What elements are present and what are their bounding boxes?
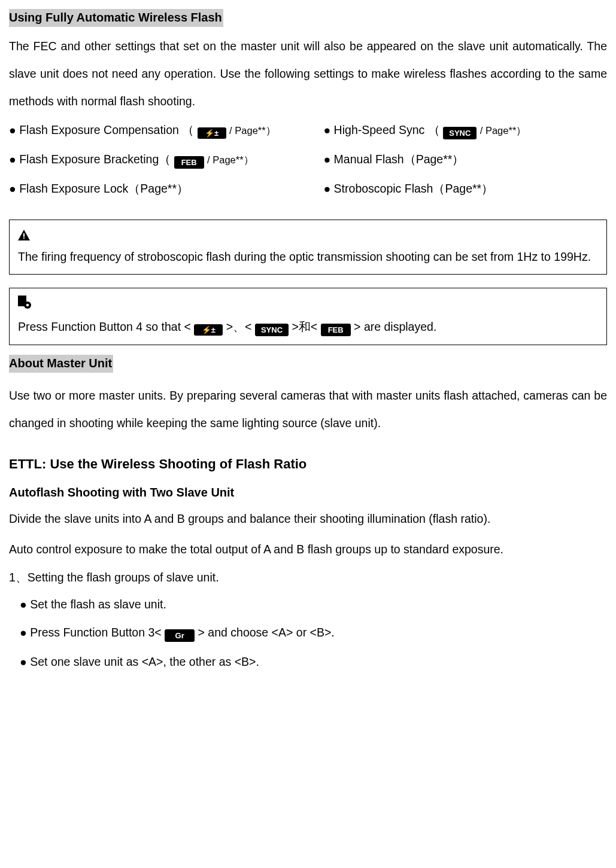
bullet-hss: ● High-Speed Sync （ SYNC / Page**） [323,118,587,142]
ettl-p2: Auto control exposure to make the total … [9,538,607,561]
subsection-autoflash: Autoflash Shooting with Two Slave Unit [9,484,607,501]
step-1-sub-2: ● Press Function Button 3< Gr > and choo… [20,625,607,642]
bullet-fel: ● Flash Exposure Lock（Page**） [9,177,320,200]
text: ● High-Speed Sync （ [323,123,439,136]
text: / Page**） [229,125,276,136]
svg-point-6 [26,303,29,306]
step-1-sub-1: ● Set the flash as slave unit. [20,596,607,613]
step-1-sub-3: ● Set one slave unit as <A>, the other a… [20,654,607,670]
bullet-fec: ● Flash Exposure Compensation （ ⚡± / Pag… [9,118,320,142]
bullet-manual: ● Manual Flash（Page**） [323,148,587,171]
feb-icon: FEB [174,156,204,169]
master-unit-paragraph: Use two or more master units. By prepari… [9,382,607,437]
text: > are displayed. [354,320,436,333]
warning-icon [18,229,30,243]
text: >和< [292,320,317,333]
warning-text: The firing frequency of stroboscopic fla… [18,248,598,265]
step-1: 1、Setting the flash groups of slave unit… [9,569,607,586]
section-title-auto-wireless: Using Fully Automatic Wireless Flash [9,9,223,27]
text: ● Press Function Button 3< [20,626,162,639]
gr-icon: Gr [165,629,195,642]
ettl-p1: Divide the slave units into A and B grou… [9,508,607,530]
section-title-master-unit: About Master Unit [9,355,113,373]
text: ● Flash Exposure Lock（Page**） [9,182,189,195]
text: Press Function Button 4 so that < [18,320,191,333]
text: / Page**） [480,125,527,136]
text: >、< [226,320,252,333]
info-box: Press Function Button 4 so that < ⚡± >、<… [9,288,607,345]
text: ● Manual Flash（Page**） [323,153,464,166]
info-icon [18,296,31,313]
info-text: Press Function Button 4 so that < ⚡± >、<… [18,319,598,336]
text: ● Flash Exposure Compensation （ [9,123,194,136]
sync-icon: SYNC [255,324,289,336]
text: ● Stroboscopic Flash（Page**） [323,182,493,195]
fec-icon: ⚡± [198,127,226,139]
bullet-feb: ● Flash Exposure Bracketing（ FEB / Page*… [9,148,320,171]
fec-icon: ⚡± [194,324,223,336]
svg-rect-1 [23,233,25,237]
sync-icon: SYNC [443,127,477,139]
intro-paragraph: The FEC and other settings that set on t… [9,33,607,115]
feb-icon: FEB [321,324,351,336]
svg-rect-2 [23,237,25,239]
text: ● Flash Exposure Bracketing（ [9,153,171,166]
text: > and choose <A> or <B>. [198,626,335,639]
warning-box: The firing frequency of stroboscopic fla… [9,220,607,274]
text: / Page**） [207,154,254,165]
bullet-strobo: ● Stroboscopic Flash（Page**） [323,177,587,200]
section-title-ettl: ETTL: Use the Wireless Shooting of Flash… [9,455,607,474]
